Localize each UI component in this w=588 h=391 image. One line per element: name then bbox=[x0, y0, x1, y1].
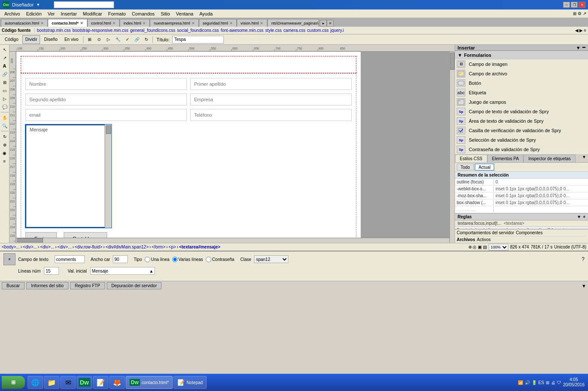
title-dropdown-icon[interactable]: ▼ bbox=[36, 3, 40, 7]
browser-preview-button[interactable]: ▷ bbox=[104, 35, 113, 44]
rules-options[interactable]: ▼ bbox=[577, 214, 581, 219]
close-button[interactable]: ✕ bbox=[579, 2, 585, 8]
css-style[interactable]: style.css bbox=[265, 28, 282, 33]
menu-sitio[interactable]: Sitio bbox=[158, 10, 172, 17]
table-tool[interactable]: ⊞ bbox=[1, 78, 9, 86]
canvas-scroll-thumb-v[interactable] bbox=[450, 53, 455, 70]
css-general-foundicons[interactable]: general_foundicons.css bbox=[130, 28, 175, 33]
div-tool[interactable]: ▭ bbox=[1, 87, 9, 94]
search-input[interactable] bbox=[54, 1, 114, 8]
tab-automatizacion[interactable]: automatizacion.html ✕ bbox=[1, 19, 48, 27]
panel-item-boton[interactable]: Botón bbox=[455, 78, 588, 88]
refresh-design-button[interactable]: ↻ bbox=[1, 133, 9, 140]
menu-ver[interactable]: Ver bbox=[45, 10, 58, 17]
live-view-options[interactable]: ⊕ bbox=[1, 141, 9, 149]
css-nav-left[interactable]: ◀ bbox=[575, 28, 579, 33]
debug-button[interactable]: 🔧 bbox=[114, 35, 122, 44]
lineas-num-input[interactable] bbox=[44, 267, 59, 275]
breadcrumb-row-fluid[interactable]: <div.row-fluid> bbox=[75, 245, 102, 249]
css-panel-options[interactable]: ▼ bbox=[580, 155, 588, 162]
tab-contacto-path[interactable]: nts\Dreamweaver_paginas\... bbox=[267, 19, 319, 27]
textarea-scrollbar[interactable] bbox=[105, 124, 111, 228]
ancho-car-input[interactable] bbox=[113, 255, 128, 263]
element-view-button[interactable]: ≡ bbox=[1, 157, 9, 165]
tipo-una-linea-option[interactable]: Una línea bbox=[145, 257, 170, 262]
taskbar-ie[interactable]: 🌐 bbox=[28, 376, 43, 389]
tab-close-nuestraempresa[interactable]: ✕ bbox=[192, 21, 195, 25]
menu-ayuda[interactable]: Ayuda bbox=[197, 10, 215, 17]
menu-insertar[interactable]: Insertar bbox=[58, 10, 79, 17]
refresh-button[interactable]: ↻ bbox=[142, 35, 151, 44]
panel-item-spry-select[interactable]: Sp Selección de validación de Spry bbox=[455, 135, 588, 145]
inspect-button[interactable]: ◉ bbox=[1, 149, 9, 157]
share-icon[interactable]: ↗ bbox=[583, 11, 586, 16]
tab-seguridad[interactable]: seguridad.html ✕ bbox=[199, 19, 237, 27]
panel-item-spry-textarea[interactable]: Sp Área de texto de validación de Spry bbox=[455, 116, 588, 126]
tipo-contrasena-radio[interactable] bbox=[206, 257, 211, 262]
canvas-scrollbar-v[interactable] bbox=[449, 52, 455, 243]
tab-contacto[interactable]: contacto.html* ✕ bbox=[48, 19, 87, 27]
view-icon[interactable]: ⊞ bbox=[573, 11, 576, 16]
breadcrumb-p[interactable]: <p> bbox=[169, 245, 176, 249]
taskbar-dw-icon[interactable]: Dw bbox=[77, 376, 92, 389]
text-tool[interactable]: A bbox=[1, 62, 9, 70]
link-tool[interactable]: 🔗 bbox=[1, 70, 9, 78]
select-tool[interactable]: ↖ bbox=[1, 46, 9, 53]
canvas-scroll-thumb-h[interactable] bbox=[17, 238, 43, 242]
tab-index[interactable]: index.html ✕ bbox=[120, 19, 150, 27]
titulo-input[interactable] bbox=[172, 36, 224, 43]
tab-control[interactable]: control.html ✕ bbox=[87, 19, 120, 27]
taskbar-email[interactable]: ✉ bbox=[60, 376, 76, 389]
more-tabs-button[interactable]: ▸ bbox=[320, 20, 327, 27]
tab-nuestraempresa[interactable]: nuestraempresa.html ✕ bbox=[150, 19, 199, 27]
val-inicial-input[interactable] bbox=[91, 267, 148, 274]
taskbar-active-dw[interactable]: Dw contacto.html* bbox=[126, 376, 173, 389]
multiscreen-button[interactable]: ⊞ bbox=[85, 35, 94, 44]
tab-estilos-css[interactable]: Estilos CSS bbox=[455, 155, 487, 162]
tab-depuracion[interactable]: Depuración del servidor bbox=[107, 282, 162, 289]
taskbar-notepad[interactable]: 📝 bbox=[93, 376, 108, 389]
clase-select[interactable]: span12 bbox=[254, 255, 288, 263]
panel-item-campo-archivo[interactable]: 📁 Campo de archivo bbox=[455, 69, 588, 78]
css-jquery[interactable]: jquery.i bbox=[331, 28, 344, 33]
diseno-button[interactable]: Diseño bbox=[41, 35, 60, 44]
rules-add[interactable]: + bbox=[583, 214, 585, 219]
css-camera[interactable]: camera.css bbox=[283, 28, 305, 33]
archivos-label[interactable]: Archivos bbox=[457, 237, 475, 242]
tab-inspector-etiquetas[interactable]: Inspector de etiquetas bbox=[523, 155, 575, 162]
tipo-una-linea-radio[interactable] bbox=[145, 257, 150, 262]
tab-close-seguridad[interactable]: ✕ bbox=[229, 21, 233, 25]
codigo-button[interactable]: Código bbox=[2, 35, 22, 44]
css-filter-actual[interactable]: Actual bbox=[475, 164, 495, 171]
tab-vision[interactable]: vision.html ✕ bbox=[237, 19, 268, 27]
breadcrumb-div2[interactable]: <div>... bbox=[40, 245, 54, 249]
tab-close-control[interactable]: ✕ bbox=[112, 21, 116, 25]
breadcrumb-div3[interactable]: <div>... bbox=[57, 245, 71, 249]
taskbar-firefox[interactable]: 🦊 bbox=[109, 376, 125, 389]
properties-help[interactable]: ? bbox=[582, 256, 585, 262]
menu-edicion[interactable]: Edición bbox=[24, 10, 44, 17]
css-filter-todo[interactable]: Todo bbox=[457, 164, 474, 171]
componentes-label[interactable]: Componentes bbox=[516, 230, 542, 235]
tab-close-automatizacion[interactable]: ✕ bbox=[40, 21, 44, 25]
input-email[interactable] bbox=[25, 109, 187, 121]
taskbar-folder[interactable]: 📁 bbox=[44, 376, 59, 389]
textarea-mensaje[interactable]: Mensaje bbox=[25, 124, 111, 228]
breadcrumb-form[interactable]: <form> bbox=[152, 245, 166, 249]
input-empresa[interactable] bbox=[190, 93, 352, 106]
zoom-select[interactable]: 100% bbox=[489, 244, 508, 251]
input-segundo-apellido[interactable] bbox=[25, 93, 187, 106]
dividir-button[interactable]: Dividir bbox=[22, 35, 40, 44]
css-social-foundicons[interactable]: social_foundicons.css bbox=[177, 28, 219, 33]
comportamientos-label[interactable]: Comportamientos del servidor bbox=[457, 230, 514, 235]
status-icons[interactable]: ⊕ ◎ ▣ ▤ bbox=[468, 245, 487, 249]
breadcrumb-textarea[interactable]: <textarea#mensaje> bbox=[179, 245, 220, 249]
css-bootstrap-responsive[interactable]: bootstrap-responsive.min.css bbox=[72, 28, 128, 33]
design-view[interactable]: Mensaje Enviar Restablecer bbox=[16, 52, 455, 243]
panel-item-juego-campos[interactable]: Juego de campos bbox=[455, 97, 588, 107]
media-tool[interactable]: ▷ bbox=[1, 95, 9, 102]
tab-buscar[interactable]: Buscar bbox=[2, 282, 25, 289]
rule-textarea-focus[interactable]: textarea:focus,input[t... <textarea> bbox=[455, 220, 588, 227]
tab-close-contacto[interactable]: ✕ bbox=[80, 21, 84, 25]
field-name-input[interactable] bbox=[55, 255, 85, 263]
